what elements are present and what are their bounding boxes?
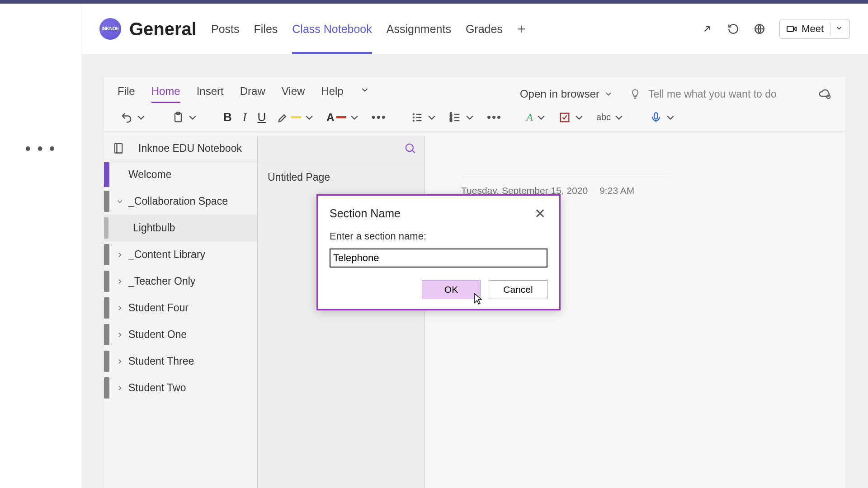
team-avatar[interactable]: INKNOE — [99, 18, 121, 40]
search-icon[interactable] — [404, 142, 416, 156]
meet-label: Meet — [802, 23, 824, 35]
section-label: Student One — [128, 328, 187, 341]
ok-button[interactable]: OK — [422, 280, 481, 299]
chevron-right-icon[interactable] — [116, 384, 124, 392]
section-item[interactable]: _Teacher Only — [104, 268, 257, 295]
teams-left-rail: • • • — [0, 4, 81, 488]
section-color-tab — [104, 244, 109, 265]
add-tab-icon[interactable]: + — [517, 21, 526, 38]
ribbon-tab-view[interactable]: View — [282, 85, 305, 103]
dictate-button[interactable] — [647, 109, 679, 126]
italic-button[interactable]: I — [240, 109, 250, 126]
bold-button[interactable]: B — [221, 108, 235, 126]
section-item[interactable]: Student Three — [104, 348, 257, 375]
section-item[interactable]: _Content Library — [104, 241, 257, 268]
page-title-input[interactable] — [461, 157, 669, 177]
page-canvas[interactable]: Tuesday, September 15, 2020 9:23 AM — [425, 136, 845, 488]
section-color-tab — [104, 324, 109, 345]
tags-button[interactable] — [556, 109, 588, 126]
page-panel: Untitled Page — [258, 136, 425, 488]
tab-files[interactable]: Files — [254, 4, 278, 54]
svg-rect-19 — [115, 144, 122, 153]
lightbulb-icon — [629, 88, 641, 100]
underline-button[interactable]: U — [255, 108, 269, 126]
more-paragraph-icon[interactable]: ••• — [484, 108, 505, 126]
section-color-tab — [104, 297, 109, 319]
numbering-button[interactable]: 123 — [446, 109, 479, 126]
section-color-tab — [104, 377, 109, 399]
svg-line-22 — [412, 150, 415, 153]
tab-grades[interactable]: Grades — [466, 4, 503, 54]
expand-icon[interactable] — [701, 23, 713, 35]
svg-rect-1 — [787, 26, 793, 32]
section-color-tab — [104, 271, 109, 292]
svg-point-21 — [406, 144, 413, 151]
chevron-down-icon[interactable] — [116, 197, 124, 206]
chevron-right-icon[interactable] — [116, 251, 124, 259]
section-item[interactable]: Welcome — [104, 161, 257, 188]
tab-class-notebook[interactable]: Class Notebook — [292, 4, 372, 54]
app-titlebar-strip — [0, 0, 868, 4]
svg-text:3: 3 — [450, 118, 452, 122]
svg-rect-18 — [655, 113, 658, 119]
styles-button[interactable]: A — [524, 109, 550, 126]
tab-assignments[interactable]: Assignments — [387, 4, 451, 54]
more-apps-icon[interactable]: • • • — [25, 139, 56, 158]
highlight-button[interactable] — [274, 109, 318, 126]
chevron-down-icon — [604, 89, 613, 99]
reload-icon[interactable] — [727, 23, 740, 35]
section-color-tab — [104, 351, 109, 372]
dialog-title: Section Name — [330, 207, 401, 220]
section-item[interactable]: Student Two — [104, 375, 257, 401]
close-icon[interactable]: ✕ — [532, 206, 547, 221]
bullets-button[interactable] — [408, 109, 441, 126]
ribbon-tabs: File Home Insert Draw View Help Open in … — [104, 77, 845, 103]
notebook-icon[interactable] — [112, 142, 125, 155]
sync-status-icon[interactable] — [818, 87, 832, 101]
notebook-title: Inknoe EDU Notebook — [131, 142, 249, 155]
channel-header: INKNOE General Posts Files Class Noteboo… — [81, 4, 868, 54]
chevron-right-icon[interactable] — [116, 331, 124, 339]
page-item[interactable]: Untitled Page — [258, 163, 425, 192]
chevron-right-icon[interactable] — [116, 277, 124, 286]
section-item[interactable]: Lightbulb — [104, 215, 257, 241]
section-color-tab — [104, 162, 109, 187]
video-icon — [786, 23, 797, 34]
ribbon-tab-home[interactable]: Home — [151, 85, 180, 103]
tell-me-search[interactable] — [629, 88, 802, 100]
ribbon-tab-draw[interactable]: Draw — [240, 85, 265, 103]
section-color-tab — [104, 217, 108, 239]
ribbon-more-chevron-icon[interactable] — [360, 85, 370, 103]
section-label: Student Two — [128, 382, 186, 394]
section-label: _Collaboration Space — [128, 195, 228, 207]
chevron-right-icon[interactable] — [116, 357, 124, 366]
channel-title: General — [129, 19, 197, 39]
page-time: 9:23 AM — [599, 185, 634, 196]
section-item[interactable]: _Collaboration Space — [104, 188, 257, 215]
ribbon-tab-help[interactable]: Help — [321, 85, 343, 103]
font-color-button[interactable]: A — [324, 109, 363, 126]
meet-button[interactable]: Meet — [779, 19, 850, 39]
section-item[interactable]: Student One — [104, 321, 257, 348]
dialog-label: Enter a section name: — [330, 230, 547, 242]
chevron-down-icon[interactable] — [830, 23, 843, 35]
paste-button[interactable] — [169, 109, 202, 126]
section-panel: Inknoe EDU Notebook Welcome_Collaboratio… — [104, 136, 258, 488]
section-label: Lightbulb — [133, 222, 175, 234]
chevron-right-icon[interactable] — [116, 304, 124, 312]
tell-me-input[interactable] — [648, 88, 802, 100]
ribbon-tab-insert[interactable]: Insert — [197, 85, 224, 103]
open-in-browser-button[interactable]: Open in browser — [520, 88, 613, 100]
cancel-button[interactable]: Cancel — [489, 280, 547, 299]
spelling-button[interactable]: abc — [594, 109, 628, 126]
tab-posts[interactable]: Posts — [211, 4, 240, 54]
section-label: _Content Library — [128, 249, 205, 261]
section-item[interactable]: Student Four — [104, 295, 257, 321]
undo-button[interactable] — [118, 109, 150, 126]
section-color-tab — [104, 191, 109, 212]
ribbon-tab-file[interactable]: File — [118, 85, 135, 103]
section-name-input[interactable] — [330, 249, 547, 267]
section-label: _Teacher Only — [128, 275, 195, 287]
globe-icon[interactable] — [753, 23, 766, 35]
more-font-icon[interactable]: ••• — [369, 108, 389, 126]
